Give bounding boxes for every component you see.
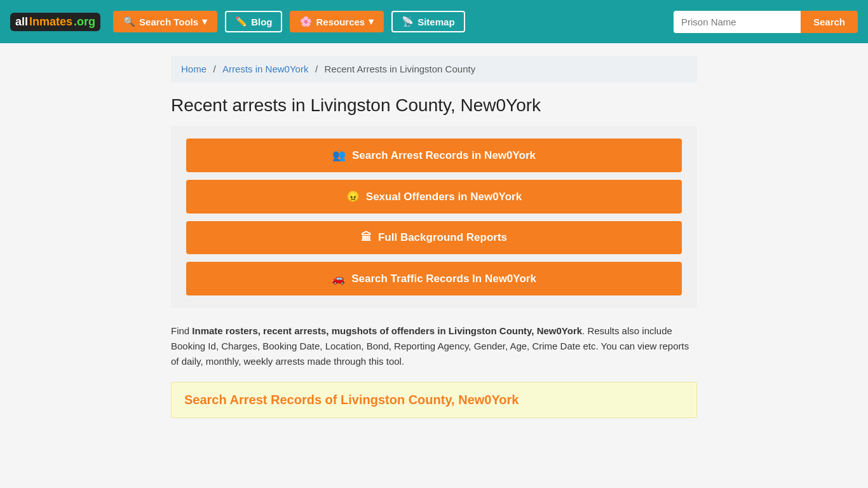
full-background-reports-button[interactable]: Full Background Reports xyxy=(186,221,682,254)
background-icon xyxy=(361,231,372,244)
logo[interactable]: all Inmates .org xyxy=(10,13,100,31)
logo-all: all xyxy=(15,15,28,29)
sitemap-button[interactable]: Sitemap xyxy=(391,11,465,32)
search-tools-icon xyxy=(123,16,135,27)
prison-search-button[interactable]: Search xyxy=(801,11,858,33)
logo-org: .org xyxy=(74,15,95,29)
resources-icon xyxy=(300,16,312,27)
sexual-offenders-button[interactable]: Sexual Offenders in New0York xyxy=(186,180,682,214)
description-text: Find Inmate rosters, recent arrests, mug… xyxy=(171,323,697,369)
breadcrumb-current: Recent Arrests in Livingston County xyxy=(325,64,476,74)
prison-search-group: Search xyxy=(674,11,858,33)
breadcrumb-sep2: / xyxy=(315,64,318,74)
search-tools-button[interactable]: Search Tools ▾ xyxy=(113,11,217,32)
main-content: Home / Arrests in New0York / Recent Arre… xyxy=(161,56,707,444)
chevron-down-icon: ▾ xyxy=(202,16,207,27)
search-arrest-section: Search Arrest Records of Livingston Coun… xyxy=(171,382,697,418)
offender-icon xyxy=(346,190,360,203)
chevron-down-icon: ▾ xyxy=(369,16,374,27)
site-header: all Inmates .org Search Tools ▾ Blog Res… xyxy=(0,0,868,43)
people-icon xyxy=(332,149,346,162)
page-title: Recent arrests in Livingston County, New… xyxy=(171,95,697,116)
breadcrumb-sep1: / xyxy=(213,64,215,74)
resources-button[interactable]: Resources ▾ xyxy=(290,11,384,32)
breadcrumb: Home / Arrests in New0York / Recent Arre… xyxy=(171,56,697,83)
action-card: Search Arrest Records in New0York Sexual… xyxy=(171,126,697,308)
blog-icon xyxy=(235,16,247,27)
search-traffic-records-button[interactable]: Search Traffic Records In New0York xyxy=(186,262,682,295)
search-section-title: Search Arrest Records of Livingston Coun… xyxy=(184,393,684,407)
car-icon xyxy=(332,272,345,285)
blog-button[interactable]: Blog xyxy=(225,11,282,32)
search-arrest-records-button[interactable]: Search Arrest Records in New0York xyxy=(186,139,682,172)
prison-name-input[interactable] xyxy=(674,11,801,33)
sitemap-icon xyxy=(402,16,414,27)
breadcrumb-arrests[interactable]: Arrests in New0York xyxy=(222,64,308,74)
logo-inmates: Inmates xyxy=(29,15,72,29)
breadcrumb-home[interactable]: Home xyxy=(181,64,207,74)
